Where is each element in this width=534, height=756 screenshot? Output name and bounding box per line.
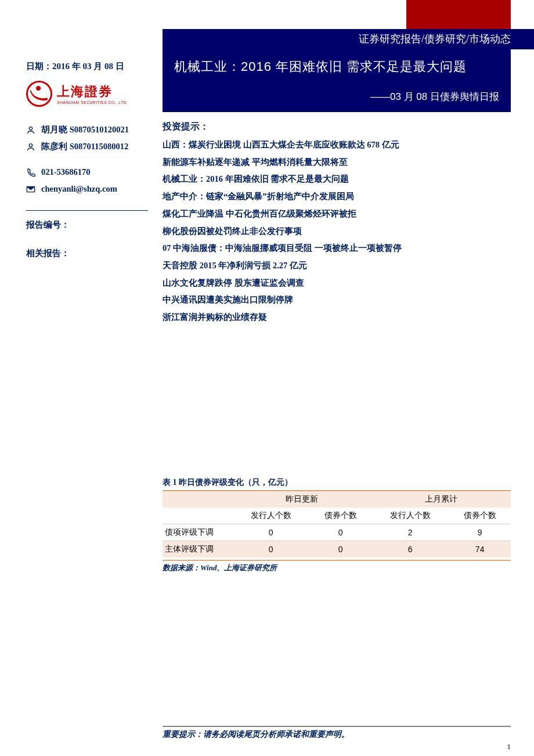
data-source: 数据来源：Wind、上海证券研究所 [163,560,511,573]
cell: 2 [371,524,449,541]
svg-point-1 [29,143,32,146]
svg-point-0 [29,127,32,129]
tip-item: 天音控股 2015 年净利润亏损 2.27 亿元 [163,257,511,275]
analyst-row: 陈彦利 S0870115080012 [26,138,163,155]
report-no-label: 报告编号： [26,219,163,231]
column-header: 债券个数 [309,507,371,524]
table-row: 主体评级下调 0 0 6 74 [163,541,511,557]
cell: 0 [232,524,309,541]
email-address: chenyanli@shzq.com [41,181,117,197]
related-reports-label: 相关报告： [26,248,163,259]
email-icon [26,185,35,194]
cell: 0 [309,524,371,541]
company-logo: 上海證券 SHANGHAI SECURITIES CO., LTD. [26,81,163,107]
column-header: 债券个数 [449,507,511,524]
cell: 6 [371,541,449,557]
cell: 74 [449,541,511,557]
tips-list: 山西：煤炭行业困境 山西五大煤企去年底应收账款达 678 亿元 新能源车补贴逐年… [163,136,511,326]
title-box: 机械工业：2016 年困难依旧 需求不足是最大问题 ——03 月 08 日债券舆… [163,49,511,112]
phone-icon [26,168,35,177]
col-group-yesterday: 昨日更新 [232,491,371,507]
tip-item: 浙江富润并购标的业绩存疑 [163,309,511,326]
ratings-table: 昨日更新 上月累计 发行人个数 债券个数 发行人个数 债券个数 债项评级下调 [163,490,511,557]
page-number: 1 [507,742,511,751]
breadcrumb: 证券研究报告/债券研究/市场动态 [163,29,534,49]
tip-item: 机械工业：2016 年困难依旧 需求不足是最大问题 [163,171,511,188]
tip-item: 煤化工产业降温 中石化贵州百亿级聚烯烃环评被拒 [163,206,511,223]
footer-divider [163,726,511,727]
cell: 0 [309,541,371,557]
tip-item: 07 中海油服债：中海油服挪威项目受阻 一项被终止一项被暂停 [163,240,511,257]
top-accent [406,0,511,29]
user-icon [26,142,35,152]
logo-text-cn: 上海證券 [57,83,128,100]
report-date: 日期：2016 年 03 月 08 日 [26,61,163,72]
cell: 9 [449,524,511,541]
phone-number: 021-53686170 [41,164,91,181]
row-label: 主体评级下调 [163,541,232,557]
tip-item: 柳化股份因被处罚终止非公发行事项 [163,223,511,240]
sub-title: ——03 月 08 日债券舆情日报 [174,90,499,103]
main-title: 机械工业：2016 年困难依旧 需求不足是最大问题 [174,58,499,75]
top-bar [0,0,534,29]
analyst-name: 陈彦利 S0870115080012 [41,138,128,155]
tip-item: 新能源车补贴逐年递减 平均燃料消耗量大限将至 [163,154,511,171]
logo-icon [26,81,52,107]
column-header: 发行人个数 [371,507,449,524]
tips-header: 投资提示： [163,121,511,133]
tip-item: 山水文化复牌跌停 股东遭证监会调查 [163,275,511,292]
phone-row: 021-53686170 [26,164,163,181]
column-header: 发行人个数 [232,507,309,524]
col-group-lastmonth: 上月累计 [371,491,511,507]
email-row: chenyanli@shzq.com [26,181,163,197]
table-caption: 表 1 昨日债券评级变化（只，亿元） [163,477,511,488]
tip-item: 中兴通讯因遭美实施出口限制停牌 [163,291,511,309]
table-row: 债项评级下调 0 0 2 9 [163,524,511,541]
footer: 重要提示：请务必阅读尾页分析师承诺和重要声明。 [26,722,511,740]
sidebar-divider [26,210,148,211]
row-label: 债项评级下调 [163,524,232,541]
tip-item: 山西：煤炭行业困境 山西五大煤企去年底应收账款达 678 亿元 [163,136,511,154]
footer-notice: 重要提示：请务必阅读尾页分析师承诺和重要声明。 [163,729,511,740]
logo-text-en: SHANGHAI SECURITIES CO., LTD. [57,100,128,105]
user-icon [26,125,35,135]
cell: 0 [232,541,309,557]
tip-item: 地产中介：链家“金融风暴”折射地产中介发展困局 [163,188,511,206]
analyst-name: 胡月晓 S0870510120021 [41,121,129,138]
analyst-row: 胡月晓 S0870510120021 [26,121,163,138]
